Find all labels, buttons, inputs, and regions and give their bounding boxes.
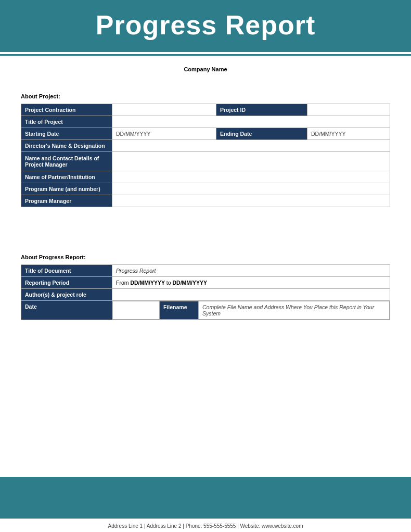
inner-table: Filename Complete File Name and Address … xyxy=(112,301,390,320)
program-manager-value xyxy=(112,195,390,207)
title-project-value xyxy=(112,116,390,128)
date-filename-cell: Filename Complete File Name and Address … xyxy=(112,301,390,320)
contact-label: Name and Contact Details ofProject Manag… xyxy=(21,152,112,171)
table-row: Author(s) & project role xyxy=(21,289,390,301)
program-name-label: Program Name (and number) xyxy=(21,183,112,195)
table-row: Title of Project xyxy=(21,116,390,128)
starting-date-label: Starting Date xyxy=(21,128,112,140)
about-project-label: About Project: xyxy=(21,93,390,99)
authors-value xyxy=(112,289,390,301)
date-label: Date xyxy=(21,301,112,320)
reporting-period-value: From DD/MM/YYYY to DD/MM/YYYY xyxy=(112,277,390,289)
title-project-label: Title of Project xyxy=(21,116,112,128)
company-name-row: Company Name xyxy=(21,56,390,88)
table-row: Project Contraction Project ID xyxy=(21,104,390,116)
project-table: Project Contraction Project ID Title of … xyxy=(21,104,390,207)
to-text: to xyxy=(165,280,173,286)
spacer xyxy=(21,218,390,249)
partner-label: Name of Partner/Institution xyxy=(21,171,112,183)
inner-row: Filename Complete File Name and Address … xyxy=(113,301,390,320)
project-id-label: Project ID xyxy=(216,104,307,116)
program-name-value xyxy=(112,183,390,195)
table-row: Name and Contact Details ofProject Manag… xyxy=(21,152,390,171)
table-row: Name of Partner/Institution xyxy=(21,171,390,183)
date-blank xyxy=(113,301,160,320)
header-banner: Progress Report xyxy=(0,0,411,52)
authors-label: Author(s) & project role xyxy=(21,289,112,301)
table-row: Program Name (and number) xyxy=(21,183,390,195)
header-title: Progress Report xyxy=(0,9,411,41)
about-progress-label: About Progress Report: xyxy=(21,254,390,260)
reporting-period-label: Reporting Period xyxy=(21,277,112,289)
table-row: Starting Date DD/MM/YYYY Ending Date DD/… xyxy=(21,128,390,140)
doc-title-value: Progress Report xyxy=(112,265,390,277)
director-value xyxy=(112,140,390,152)
filename-label: Filename xyxy=(160,301,199,320)
project-id-value xyxy=(307,104,390,116)
table-row: Title of Document Progress Report xyxy=(21,265,390,277)
doc-title-label: Title of Document xyxy=(21,265,112,277)
footer-address: Address Line 1 | Address Line 2 | Phone:… xyxy=(0,518,411,532)
ending-date-value: DD/MM/YYYY xyxy=(307,128,390,140)
from-date: DD/MM/YYYY xyxy=(130,280,165,286)
contact-value xyxy=(112,152,390,171)
director-label: Director's Name & Designation xyxy=(21,140,112,152)
main-content: Company Name About Project: Project Cont… xyxy=(0,56,411,472)
starting-date-value: DD/MM/YYYY xyxy=(112,128,216,140)
filename-value: Complete File Name and Address Where You… xyxy=(199,301,390,320)
project-contraction-value xyxy=(112,104,216,116)
ending-date-label: Ending Date xyxy=(216,128,307,140)
table-row: Director's Name & Designation xyxy=(21,140,390,152)
footer-band xyxy=(0,477,411,518)
table-row: Reporting Period From DD/MM/YYYY to DD/M… xyxy=(21,277,390,289)
company-name-label: Company Name xyxy=(184,66,227,72)
project-contraction-label: Project Contraction xyxy=(21,104,112,116)
from-text: From xyxy=(116,280,130,286)
progress-table: Title of Document Progress Report Report… xyxy=(21,264,390,320)
table-row: Program Manager xyxy=(21,195,390,207)
to-date: DD/MM/YYYY xyxy=(173,280,208,286)
partner-value xyxy=(112,171,390,183)
table-row: Date Filename Complete File Name and Add… xyxy=(21,301,390,320)
program-manager-label: Program Manager xyxy=(21,195,112,207)
